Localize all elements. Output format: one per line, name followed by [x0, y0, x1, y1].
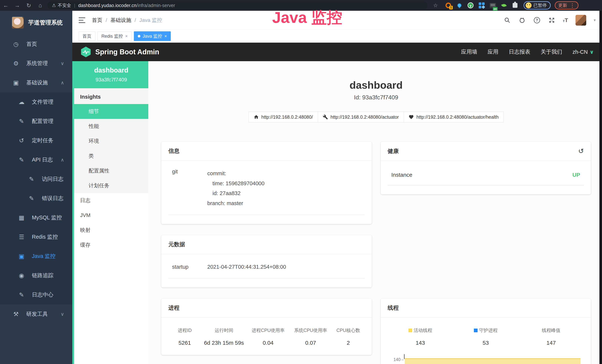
- sba-item-mappings[interactable]: 映射: [74, 223, 148, 237]
- user-avatar[interactable]: [575, 15, 586, 26]
- browser-back-icon[interactable]: ←: [0, 2, 11, 9]
- profile-status-label: 已暂停: [533, 2, 547, 8]
- sba-item-jvm[interactable]: JVM: [74, 208, 148, 223]
- sba-item-metrics[interactable]: 性能: [74, 119, 148, 134]
- sidebar-item-system[interactable]: ⚙ 系统管理 ∨: [0, 54, 72, 73]
- sidebar-item-infrastructure[interactable]: ▣ 基础设施 ∧: [0, 73, 72, 92]
- y-axis-line: [404, 354, 405, 359]
- area-series-live-threads: [405, 358, 581, 364]
- info-card: 信息 git commit: time: 1596289704000 id: 2…: [161, 142, 372, 224]
- browser-menu-icon[interactable]: ⋮: [570, 2, 575, 9]
- sidebar-item-log-center[interactable]: ✎ 日志中心: [0, 285, 72, 304]
- bookmark-star-icon[interactable]: ☆: [431, 2, 440, 9]
- sidebar-item-scheduled-tasks[interactable]: ↺ 定时任务: [0, 131, 72, 150]
- sidebar-item-label: 系统管理: [26, 60, 48, 67]
- tab-redis-monitor[interactable]: Redis 监控 ×: [97, 31, 132, 41]
- cell-value: 6d 23h 15m 59s: [201, 340, 247, 346]
- sba-item-logs[interactable]: 日志: [74, 193, 148, 208]
- sidebar-item-config-management[interactable]: ✎ 配置管理: [0, 112, 72, 131]
- sba-item-config-props[interactable]: 配置属性: [74, 163, 148, 178]
- close-icon[interactable]: ×: [125, 33, 128, 39]
- sba-app-id: 93a3fc7f7409: [74, 77, 148, 83]
- sba-item-environment[interactable]: 环境: [74, 134, 148, 149]
- browser-profile-button[interactable]: 已暂停: [524, 1, 551, 10]
- profile-emoji-avatar: [526, 2, 532, 8]
- tab-java-monitor[interactable]: Java 监控 ×: [134, 31, 171, 41]
- extensions-puzzle-icon[interactable]: [512, 2, 518, 9]
- page-url[interactable]: dashboard.yudao.iocoder.cn/infra/admin-s…: [78, 3, 175, 8]
- hamburger-icon[interactable]: [79, 17, 85, 23]
- instance-links: http://192.168.0.2:48080/ http://192.168…: [161, 112, 591, 122]
- browser-home-icon[interactable]: ⌂: [34, 2, 46, 9]
- sidebar-item-devtools[interactable]: ⚒ 研发工具 ∨: [0, 304, 72, 324]
- sidebar-item-label: 基础设施: [26, 79, 48, 86]
- sidebar-item-redis-monitor[interactable]: ☰ Redis 监控: [0, 227, 72, 247]
- sba-item-details[interactable]: 细节: [74, 104, 148, 119]
- metadata-startup-row: startup 2021-04-27T00:44:31.254+08:00: [168, 262, 365, 279]
- instance-url-button[interactable]: http://192.168.0.2:48080/: [249, 112, 318, 122]
- address-bar[interactable]: ⚠ 不安全 | dashboard.yudao.iocoder.cn/infra…: [47, 1, 428, 9]
- sba-language-select[interactable]: zh-CN ∨: [572, 49, 594, 55]
- address-separator: |: [74, 3, 75, 8]
- sidebar-item-label: Redis 监控: [32, 233, 58, 241]
- sidebar-item-home[interactable]: ◷ 首页: [0, 34, 72, 54]
- sidebar-item-tracing[interactable]: ◉ 链路追踪: [0, 266, 72, 285]
- sba-brand-title[interactable]: Spring Boot Admin: [95, 48, 159, 56]
- sidebar-item-java-monitor[interactable]: ▣ Java 监控: [0, 247, 72, 266]
- sba-nav: 应用墙 应用 日志报表 关于我们 zh-CN ∨: [461, 48, 594, 56]
- page-scrollbar[interactable]: [599, 11, 602, 364]
- sidebar-item-file-management[interactable]: ☁ 文件管理: [0, 92, 72, 112]
- extension-icon-grid[interactable]: [478, 2, 485, 9]
- sidebar-item-api-logs[interactable]: ✎ API 日志 ∧: [0, 150, 72, 170]
- status-badge: UP: [572, 172, 580, 178]
- browser-forward-icon[interactable]: →: [11, 2, 23, 9]
- breadcrumb-home[interactable]: 首页: [92, 17, 102, 24]
- extension-icon-y[interactable]: y: [467, 2, 474, 9]
- sba-item-classes[interactable]: 类: [74, 149, 148, 163]
- sidebar-item-label: 研发工具: [26, 310, 48, 318]
- health-url-button[interactable]: http://192.168.0.2:48080/actuator/health: [404, 112, 504, 122]
- help-icon[interactable]: ?: [533, 17, 541, 24]
- history-icon[interactable]: ↺: [578, 147, 584, 155]
- browser-reload-icon[interactable]: ↻: [23, 2, 34, 9]
- close-icon[interactable]: ×: [164, 33, 167, 39]
- sba-nav-journal[interactable]: 日志报表: [509, 48, 530, 56]
- legend-label: 线程峰值: [542, 327, 560, 333]
- edit-icon: ✎: [18, 118, 25, 125]
- search-icon[interactable]: [504, 17, 511, 24]
- tab-home[interactable]: 首页: [79, 31, 95, 41]
- extension-icon-tampermonkey[interactable]: on: [489, 2, 496, 9]
- github-icon[interactable]: [518, 17, 526, 24]
- sidebar-item-label: 文件管理: [32, 98, 54, 106]
- layers-icon: ☰: [18, 234, 25, 240]
- admin-sidebar: 芋道管理系统 ◷ 首页 ⚙ 系统管理 ∨ ▣ 基础设施 ∧ ☁ 文件管理: [0, 11, 72, 364]
- fullscreen-icon[interactable]: [548, 17, 556, 24]
- sidebar-item-mysql-monitor[interactable]: ▦ MySQL 监控: [0, 208, 72, 227]
- column-header: CPU核心数: [332, 327, 365, 333]
- sidebar-logo-row[interactable]: 芋道管理系统: [0, 11, 72, 34]
- extension-icon-pin[interactable]: [456, 2, 463, 9]
- actuator-url-button[interactable]: http://192.168.0.2:48080/actuator: [318, 112, 404, 122]
- sidebar-item-error-logs[interactable]: ✎ 错误日志: [0, 189, 72, 208]
- history-icon: ↺: [18, 137, 25, 144]
- dashboard-icon: ◷: [12, 41, 20, 48]
- sba-content: dashboard Id: 93a3fc7f7409 http://192.16…: [148, 61, 599, 364]
- sba-nav-wallboard[interactable]: 应用墙: [461, 48, 477, 56]
- cell-value: 0.04: [247, 340, 289, 346]
- card-title: 线程: [388, 304, 399, 312]
- extension-icon-orange[interactable]: 1: [445, 2, 452, 9]
- sidebar-item-access-logs[interactable]: ✎ 访问日志: [0, 170, 72, 189]
- sba-body: dashboard 93a3fc7f7409 Insights 细节 性能 环境…: [72, 61, 599, 364]
- sba-app-block[interactable]: dashboard 93a3fc7f7409: [74, 61, 148, 88]
- sba-item-caches[interactable]: 缓存: [74, 237, 148, 252]
- breadcrumb-infrastructure[interactable]: 基础设施: [110, 17, 131, 24]
- sba-nav-about[interactable]: 关于我们: [541, 48, 562, 56]
- caret-down-icon[interactable]: ▾: [594, 18, 596, 23]
- browser-update-button[interactable]: 更新 ⋮: [555, 1, 579, 10]
- font-size-icon[interactable]: тT: [563, 17, 568, 23]
- legend-swatch-live: [408, 329, 412, 332]
- extension-icon-leaf[interactable]: [501, 2, 507, 9]
- sba-nav-applications[interactable]: 应用: [488, 48, 498, 56]
- sba-item-scheduled[interactable]: 计划任务: [74, 178, 148, 193]
- security-label[interactable]: 不安全: [58, 2, 71, 8]
